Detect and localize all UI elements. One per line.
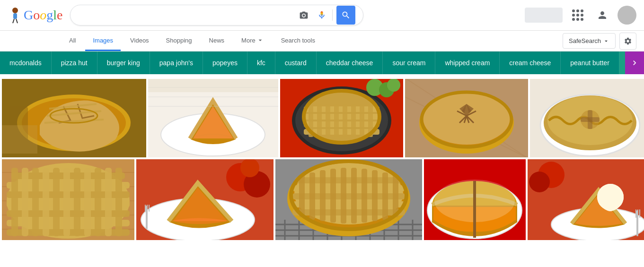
settings-button[interactable]	[619, 33, 636, 50]
chip-burger-king[interactable]: burger king	[97, 52, 150, 74]
chevron-right-icon	[630, 58, 639, 68]
tab-videos[interactable]: Videos	[123, 31, 157, 51]
svg-rect-71	[22, 168, 28, 236]
svg-rect-74	[53, 168, 60, 236]
chevron-down-icon	[256, 36, 264, 44]
pie-image-6	[2, 159, 134, 240]
svg-rect-137	[639, 209, 640, 218]
svg-rect-33	[351, 104, 356, 137]
svg-rect-29	[317, 104, 322, 137]
chip-papa-johns[interactable]: papa john's	[150, 52, 203, 74]
chip-mcdonalds[interactable]: mcdonalds	[0, 52, 52, 74]
search-icon-group	[297, 9, 328, 22]
nav-right-actions: SafeSearch	[563, 33, 636, 50]
svg-rect-136	[637, 209, 638, 218]
chip-whipped-cream[interactable]: whipped cream	[435, 52, 500, 74]
svg-rect-76	[74, 168, 80, 236]
tab-search-tools[interactable]: Search tools	[273, 31, 323, 51]
image-cell-2-3[interactable]	[275, 159, 422, 240]
svg-line-3	[16, 19, 18, 23]
image-cell-2-4[interactable]	[424, 159, 526, 240]
svg-rect-135	[635, 209, 636, 218]
svg-line-2	[13, 19, 14, 23]
avatar[interactable]	[618, 6, 636, 25]
image-cell-1-1[interactable]	[2, 79, 146, 157]
chip-peanut-butter[interactable]: peanut butter	[561, 52, 619, 74]
image-cell-1-2[interactable]	[148, 79, 278, 157]
svg-point-39	[387, 79, 400, 92]
svg-rect-117	[351, 168, 357, 224]
svg-rect-114	[320, 170, 326, 221]
svg-rect-111	[292, 209, 405, 215]
apps-button[interactable]	[568, 6, 587, 25]
svg-rect-110	[292, 201, 405, 207]
svg-rect-13	[2, 125, 37, 154]
search-submit-button[interactable]	[336, 6, 355, 25]
safe-search-chevron-icon	[603, 38, 609, 44]
profile-options	[525, 8, 563, 23]
svg-rect-55	[581, 117, 600, 122]
svg-rect-34	[360, 104, 364, 137]
voice-search-button[interactable]	[315, 9, 328, 22]
svg-rect-32	[343, 104, 347, 137]
svg-rect-89	[149, 205, 150, 212]
image-row-1	[0, 78, 644, 158]
safe-search-button[interactable]: SafeSearch	[563, 33, 616, 49]
svg-rect-1	[13, 13, 17, 19]
svg-rect-118	[362, 169, 367, 223]
image-cell-2-2[interactable]	[136, 159, 273, 240]
settings-gear-icon	[624, 37, 632, 45]
account-circle-button[interactable]	[593, 6, 612, 25]
chip-custard[interactable]: custard	[275, 52, 317, 74]
svg-rect-19	[148, 79, 278, 92]
svg-point-0	[12, 8, 18, 13]
pie-image-1	[2, 79, 146, 157]
pie-image-5	[530, 79, 644, 157]
google-logo[interactable]: G o o g l e	[8, 7, 62, 24]
header-right	[525, 6, 636, 25]
chip-sour-cream[interactable]: sour cream	[383, 52, 435, 74]
search-input[interactable]: apple pie	[78, 11, 297, 19]
chips-next-button[interactable]	[625, 52, 644, 74]
svg-rect-79	[105, 168, 112, 236]
pie-image-7	[136, 159, 273, 240]
image-cell-1-4[interactable]	[405, 79, 528, 157]
tab-all[interactable]: All	[62, 31, 83, 51]
svg-rect-73	[43, 168, 49, 236]
grid-dots-icon	[570, 8, 585, 23]
image-cell-1-3[interactable]	[280, 79, 403, 157]
svg-point-130	[529, 172, 550, 192]
pie-image-10	[528, 159, 644, 240]
svg-rect-88	[147, 205, 148, 212]
account-placeholder	[525, 8, 563, 23]
pie-image-4	[405, 79, 528, 157]
pie-image-2	[148, 79, 278, 157]
chip-pizza-hut[interactable]: pizza hut	[52, 52, 97, 74]
tab-news[interactable]: News	[202, 31, 232, 51]
image-cell-2-5[interactable]	[528, 159, 644, 240]
image-cell-1-5[interactable]	[530, 79, 644, 157]
svg-rect-78	[95, 168, 101, 236]
svg-rect-108	[292, 185, 405, 191]
chip-kfc[interactable]: kfc	[247, 52, 275, 74]
svg-rect-80	[115, 168, 122, 236]
chip-cream-cheese[interactable]: cream cheese	[500, 52, 561, 74]
svg-rect-75	[63, 168, 70, 236]
svg-rect-77	[84, 168, 91, 236]
svg-rect-113	[309, 172, 315, 220]
nav-tabs: All Images Videos Shopping News More Sea…	[0, 31, 644, 52]
tab-images[interactable]: Images	[85, 31, 121, 51]
chip-cheddar-cheese[interactable]: cheddar cheese	[317, 52, 383, 74]
svg-rect-120	[382, 172, 388, 220]
svg-rect-30	[326, 104, 330, 137]
image-cell-2-1[interactable]	[2, 159, 134, 240]
svg-rect-72	[32, 168, 39, 236]
camera-search-button[interactable]	[297, 9, 310, 22]
pie-image-9	[424, 159, 526, 240]
filter-chips-bar: mcdonalds pizza hut burger king papa joh…	[0, 52, 644, 74]
tab-more[interactable]: More	[234, 31, 272, 51]
svg-rect-116	[341, 168, 346, 224]
chip-popeyes[interactable]: popeyes	[203, 52, 247, 74]
tab-shopping[interactable]: Shopping	[159, 31, 200, 51]
search-bar: apple pie	[70, 5, 363, 26]
